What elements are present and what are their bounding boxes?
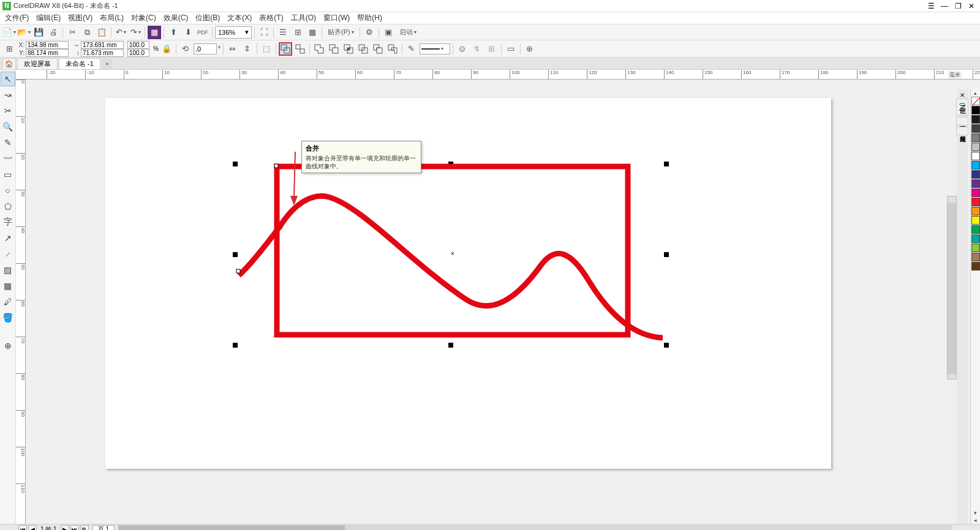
distribute-button[interactable]: ⊞ (291, 26, 304, 39)
scale-x-input[interactable] (127, 41, 149, 49)
print-button[interactable]: 🖨 (47, 26, 60, 39)
color-swatch[interactable] (971, 216, 980, 225)
wrap-text-button[interactable]: ⊙ (456, 42, 469, 56)
color-eyedropper-tool[interactable]: 🖊 (1, 294, 15, 309)
redo-button[interactable]: ↷▾ (129, 26, 142, 39)
options-button[interactable]: ⚙ (363, 26, 376, 39)
artistic-media-tool[interactable]: 〰 (1, 151, 15, 166)
back-minus-front-button[interactable] (386, 42, 399, 56)
front-minus-back-button[interactable] (371, 42, 385, 56)
pdf-icon[interactable]: PDF (196, 26, 209, 39)
outline-pen-icon[interactable]: ✎ (405, 42, 418, 56)
color-swatch[interactable] (971, 115, 980, 124)
red-curve[interactable] (239, 196, 663, 338)
startup-icon[interactable]: ▣ (382, 26, 395, 39)
docker-tab-object-manager[interactable]: 根据管理器 (956, 117, 968, 125)
menu-window[interactable]: 窗口(W) (320, 13, 353, 23)
selection-handle-bl[interactable] (233, 343, 238, 348)
drop-shadow-tool[interactable]: ▨ (1, 263, 15, 277)
text-tool[interactable]: 字 (1, 215, 15, 230)
zoom-level-input[interactable]: 136% ▾ (215, 26, 252, 39)
ellipse-tool[interactable]: ○ (1, 183, 15, 198)
freehand-tool[interactable]: ✎ (1, 135, 15, 150)
height-input[interactable] (81, 49, 124, 57)
zoom-tool[interactable]: 🔍 (1, 119, 15, 134)
color-swatch[interactable] (971, 188, 980, 197)
import-button[interactable]: ▦ (148, 26, 161, 39)
ruler-horizontal[interactable]: 毫米 -20-100102030405060708090100110120130… (16, 70, 980, 80)
new-button[interactable]: 📄▾ (2, 26, 16, 39)
menu-file[interactable]: 文件(F) (1, 13, 32, 23)
color-swatch[interactable] (971, 253, 980, 261)
selection-handle-ml[interactable] (233, 252, 238, 257)
horizontal-scrollbar[interactable] (118, 525, 952, 531)
quick-customize-icon[interactable]: ⊕ (1, 338, 15, 353)
docker-tab-hints[interactable]: 记性(N) (956, 99, 968, 116)
color-swatch[interactable] (971, 225, 980, 234)
palette-up-button[interactable]: ▴ (971, 89, 980, 97)
order-button[interactable]: ⬚ (260, 42, 273, 56)
transparency-tool[interactable]: ▦ (1, 278, 15, 293)
selection-handle-tl[interactable] (233, 162, 238, 166)
vertical-scrollbar[interactable] (947, 196, 957, 379)
paste-button[interactable]: 📋 (95, 26, 108, 39)
color-swatch[interactable] (971, 133, 980, 142)
restore-button[interactable]: ❐ (952, 1, 964, 11)
palette-flyout-button[interactable]: ◂ (971, 517, 980, 524)
menu-layout[interactable]: 布局(L) (96, 13, 127, 23)
palette-down-button[interactable]: ▾ (971, 509, 980, 517)
treat-as-filled-button[interactable]: ▭ (504, 42, 518, 56)
menu-effects[interactable]: 效果(C) (160, 13, 192, 23)
close-button[interactable]: ✕ (965, 1, 978, 11)
home-tab[interactable]: 🏠 (2, 58, 16, 69)
horizontal-scrollbar-thumb[interactable] (118, 525, 345, 531)
menu-table[interactable]: 表格(T) (255, 13, 287, 23)
align-distribute-button[interactable]: ⊞ (485, 42, 499, 56)
save-button[interactable]: 💾 (32, 26, 45, 39)
color-swatch[interactable] (971, 244, 980, 252)
page-first-button[interactable]: ⏮ (18, 525, 27, 531)
trim-button[interactable] (327, 42, 341, 56)
menu-edit[interactable]: 编辑(E) (32, 13, 64, 23)
lock-ratio-button[interactable]: 🔒 (160, 42, 173, 56)
rotation-input[interactable] (194, 43, 217, 54)
tab-welcome[interactable]: 欢迎屏幕 (17, 58, 58, 69)
fullscreen-button[interactable]: ⛶ (257, 26, 271, 39)
publish-button[interactable]: ⬇ (181, 26, 195, 39)
cut-button[interactable]: ✂ (66, 26, 79, 39)
menu-tools[interactable]: 工具(O) (287, 13, 320, 23)
combine-button[interactable] (279, 42, 292, 56)
page-next-button[interactable]: ▶ (61, 525, 69, 531)
weld-button[interactable] (312, 42, 326, 56)
sys-icon[interactable]: ☰ (925, 1, 937, 11)
canvas-viewport[interactable]: 合并 将对象合并至带有单一填充和轮廓的单一曲线对象中。 × (26, 80, 980, 524)
width-input[interactable] (81, 41, 124, 49)
selection-handle-br[interactable] (664, 343, 669, 348)
interactive-fill-tool[interactable]: 🪣 (1, 310, 15, 325)
add-tab-button[interactable]: ▫ (102, 58, 113, 69)
color-swatch[interactable] (971, 234, 980, 243)
color-swatch[interactable] (971, 124, 980, 133)
color-swatch[interactable] (971, 106, 980, 114)
startup-dropdown[interactable]: 启动▾ (396, 26, 420, 39)
mirror-v-button[interactable]: ⇕ (241, 42, 254, 56)
color-swatch[interactable] (971, 143, 980, 151)
menu-object[interactable]: 对象(C) (127, 13, 160, 23)
color-swatch[interactable] (971, 262, 980, 271)
open-button[interactable]: 📂▾ (17, 26, 31, 39)
x-input[interactable] (26, 41, 69, 49)
copy-button[interactable]: ⧉ (80, 26, 94, 39)
color-swatch[interactable] (971, 179, 980, 188)
page-tab-1[interactable]: 页 1 (92, 525, 115, 531)
snap-dropdown[interactable]: 贴齐(P)▾ (325, 26, 357, 39)
polygon-tool[interactable]: ⬠ (1, 199, 15, 214)
page-add-button[interactable]: 🗎 (80, 525, 89, 531)
color-swatch[interactable] (971, 152, 980, 160)
docker-close-icon[interactable]: ✕ (960, 92, 965, 99)
tab-document-1[interactable]: 未命名 -1 (59, 58, 100, 69)
docker-tab-object-properties[interactable]: 对象属性 (956, 127, 968, 135)
intersect-button[interactable] (342, 42, 355, 56)
export-button[interactable]: ⬆ (167, 26, 180, 39)
rectangle-tool[interactable]: ▭ (1, 167, 15, 182)
color-swatch[interactable] (971, 207, 980, 215)
